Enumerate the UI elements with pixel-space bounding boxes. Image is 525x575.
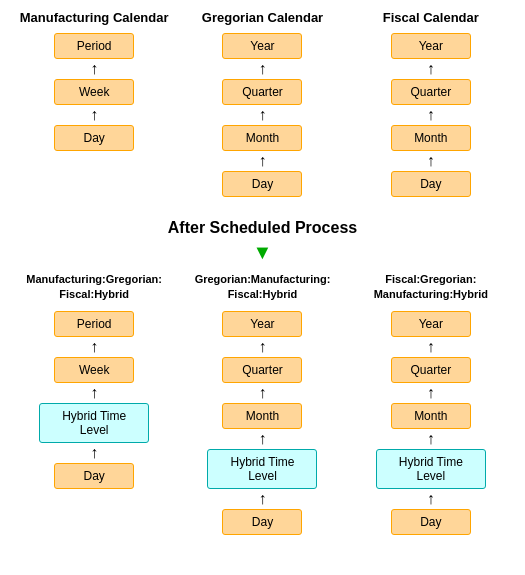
- quarter-box-fiscal: Quarter: [391, 79, 471, 105]
- period-box: Period: [54, 33, 134, 59]
- arrow-2: ↑: [90, 107, 98, 123]
- fiscal-calendar-col: Fiscal Calendar Year ↑ Quarter ↑ Month ↑…: [351, 10, 511, 197]
- week-box: Week: [54, 79, 134, 105]
- before-section: Manufacturing Calendar Period ↑ Week ↑ D…: [10, 10, 515, 197]
- day-box-greg: Day: [222, 171, 302, 197]
- year-box-fiscal: Year: [391, 33, 471, 59]
- quarter-box: Quarter: [222, 79, 302, 105]
- after-quarter-3: Quarter: [391, 357, 471, 383]
- section-header: After Scheduled Process: [168, 219, 357, 237]
- after-period-box: Period: [54, 311, 134, 337]
- after-year-2: Year: [222, 311, 302, 337]
- after-arrow-5: ↑: [258, 385, 266, 401]
- manufacturing-calendar-col: Manufacturing Calendar Period ↑ Week ↑ D…: [14, 10, 174, 197]
- after-arrow-9: ↑: [427, 385, 435, 401]
- after-year-3: Year: [391, 311, 471, 337]
- arrow-3: ↑: [258, 61, 266, 77]
- after-col2-subtitle: Gregorian:Manufacturing:Fiscal:Hybrid: [195, 272, 331, 303]
- after-col3: Fiscal:Gregorian:Manufacturing:Hybrid Ye…: [351, 272, 511, 535]
- after-arrow-6: ↑: [258, 431, 266, 447]
- manufacturing-title: Manufacturing Calendar: [20, 10, 169, 25]
- day-box-fiscal: Day: [391, 171, 471, 197]
- after-day-1: Day: [54, 463, 134, 489]
- month-box-greg: Month: [222, 125, 302, 151]
- after-arrow-2: ↑: [90, 385, 98, 401]
- after-col1-subtitle: Manufacturing:Gregorian:Fiscal:Hybrid: [26, 272, 162, 303]
- after-month-2: Month: [222, 403, 302, 429]
- after-month-3: Month: [391, 403, 471, 429]
- arrow-5: ↑: [258, 153, 266, 169]
- green-arrow-icon: ▼: [253, 241, 273, 264]
- fiscal-title: Fiscal Calendar: [383, 10, 479, 25]
- after-week-box: Week: [54, 357, 134, 383]
- day-box: Day: [54, 125, 134, 151]
- arrow-1: ↑: [90, 61, 98, 77]
- arrow-7: ↑: [427, 107, 435, 123]
- year-box: Year: [222, 33, 302, 59]
- gregorian-calendar-col: Gregorian Calendar Year ↑ Quarter ↑ Mont…: [182, 10, 342, 197]
- after-day-2: Day: [222, 509, 302, 535]
- after-arrow-11: ↑: [427, 491, 435, 507]
- after-day-3: Day: [391, 509, 471, 535]
- after-col2: Gregorian:Manufacturing:Fiscal:Hybrid Ye…: [182, 272, 342, 535]
- section-divider: After Scheduled Process ▼: [10, 207, 515, 272]
- after-col3-subtitle: Fiscal:Gregorian:Manufacturing:Hybrid: [374, 272, 488, 303]
- after-arrow-8: ↑: [427, 339, 435, 355]
- month-box-fiscal: Month: [391, 125, 471, 151]
- arrow-8: ↑: [427, 153, 435, 169]
- after-hybrid-3: Hybrid Time Level: [376, 449, 486, 489]
- after-col1: Manufacturing:Gregorian:Fiscal:Hybrid Pe…: [14, 272, 174, 535]
- after-arrow-3: ↑: [90, 445, 98, 461]
- after-arrow-4: ↑: [258, 339, 266, 355]
- after-hybrid-2: Hybrid Time Level: [207, 449, 317, 489]
- arrow-6: ↑: [427, 61, 435, 77]
- after-arrow-7: ↑: [258, 491, 266, 507]
- after-arrow-10: ↑: [427, 431, 435, 447]
- after-quarter-2: Quarter: [222, 357, 302, 383]
- gregorian-title: Gregorian Calendar: [202, 10, 323, 25]
- after-section: Manufacturing:Gregorian:Fiscal:Hybrid Pe…: [10, 272, 515, 535]
- arrow-4: ↑: [258, 107, 266, 123]
- after-hybrid-1: Hybrid Time Level: [39, 403, 149, 443]
- after-arrow-1: ↑: [90, 339, 98, 355]
